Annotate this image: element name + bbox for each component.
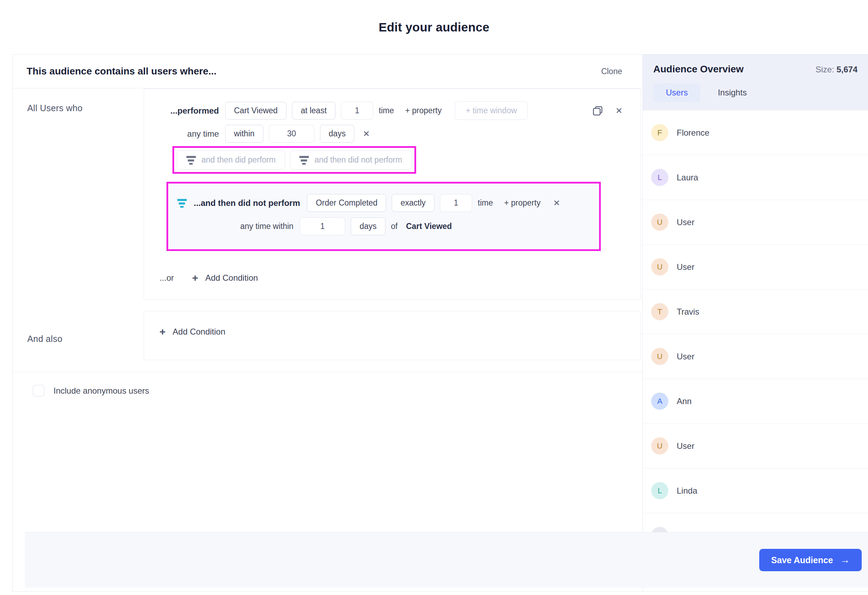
filter-icon-teal xyxy=(177,199,187,208)
arrow-right-icon: → xyxy=(840,555,850,565)
user-name: Travis xyxy=(677,307,699,317)
user-list: F Florence L Laura U User U User T Travi… xyxy=(643,110,868,591)
followup-window-value-input[interactable] xyxy=(300,218,345,235)
filter-icon xyxy=(300,156,309,165)
all-users-label: All Users who xyxy=(13,88,144,300)
add-condition-label: Add Condition xyxy=(205,273,258,283)
time-label: time xyxy=(379,106,394,115)
builder-header: This audience contains all users where..… xyxy=(13,54,642,88)
user-name: Florence xyxy=(677,128,709,138)
user-name: User xyxy=(677,441,695,451)
window-value-input[interactable] xyxy=(269,125,314,143)
followup-window-unit-select[interactable]: days xyxy=(351,218,385,235)
followup-operator-select[interactable]: exactly xyxy=(392,194,434,212)
avatar: T xyxy=(651,303,668,320)
followup-condition-highlight-box: ...and then did not perform Order Comple… xyxy=(167,182,601,251)
within-select[interactable]: within xyxy=(225,125,263,143)
and-then-did-perform-button[interactable]: and then did perform xyxy=(177,150,285,169)
followup-add-property-button[interactable]: + property xyxy=(504,198,540,208)
anonymous-users-row: Include anonymous users xyxy=(13,372,642,396)
user-row[interactable]: F Florence xyxy=(643,110,868,155)
and-also-section: And also + Add Condition xyxy=(13,300,642,360)
user-name: User xyxy=(677,352,695,361)
and-also-card: + Add Condition xyxy=(144,311,641,360)
clone-button[interactable]: Clone xyxy=(601,67,622,76)
and-also-add-condition-button[interactable]: + Add Condition xyxy=(159,327,625,337)
remove-time-window-icon[interactable]: ✕ xyxy=(360,128,372,140)
sidebar-tabs: Users Insights xyxy=(653,83,858,102)
filter-icon xyxy=(186,156,196,165)
avatar: U xyxy=(651,437,668,455)
and-then-did-perform-label: and then did perform xyxy=(201,155,276,165)
of-event-label: Cart Viewed xyxy=(406,222,452,231)
condition-group-card: ...performed Cart Viewed at least time +… xyxy=(144,88,641,300)
footer-bar: Save Audience → xyxy=(25,532,868,588)
builder-body: All Users who ...performed Cart Viewed a… xyxy=(13,88,642,591)
user-name: Ann xyxy=(677,396,692,406)
plus-icon: + xyxy=(192,273,198,283)
or-row: ...or + Add Condition xyxy=(159,273,625,283)
avatar: U xyxy=(651,258,668,275)
sidebar-title: Audience Overview xyxy=(653,63,744,75)
remove-followup-condition-icon[interactable]: ✕ xyxy=(551,197,563,209)
window-unit-select[interactable]: days xyxy=(320,125,354,143)
size-value: 5,674 xyxy=(837,65,858,74)
sidebar-header: Audience Overview Size: 5,674 Users Insi… xyxy=(643,54,868,110)
add-property-button[interactable]: + property xyxy=(405,106,441,115)
audience-editor-panel: This audience contains all users where..… xyxy=(12,54,868,592)
audience-size: Size: 5,674 xyxy=(816,65,858,74)
include-anonymous-checkbox[interactable] xyxy=(33,385,44,396)
audience-overview-sidebar: Audience Overview Size: 5,674 Users Insi… xyxy=(642,54,868,591)
user-row[interactable]: U User xyxy=(643,334,868,379)
builder-title: This audience contains all users where..… xyxy=(27,66,217,77)
user-name: Linda xyxy=(677,486,697,496)
tab-users[interactable]: Users xyxy=(653,83,700,102)
user-name: User xyxy=(677,218,695,227)
size-label: Size: xyxy=(816,65,834,74)
add-condition-button[interactable]: + Add Condition xyxy=(192,273,258,283)
condition-builder: This audience contains all users where..… xyxy=(13,54,642,591)
user-row[interactable]: U User xyxy=(643,200,868,245)
save-audience-button[interactable]: Save Audience → xyxy=(759,549,862,571)
anytime-label: any time xyxy=(159,129,219,139)
user-name: Laura xyxy=(677,173,698,183)
avatar: U xyxy=(651,214,668,231)
followup-event-select[interactable]: Order Completed xyxy=(307,194,386,212)
of-label: of xyxy=(391,222,398,231)
page-title: Edit your audience xyxy=(0,20,868,34)
count-input[interactable] xyxy=(341,102,373,119)
avatar: A xyxy=(651,393,668,410)
followup-highlight-box: and then did perform and then did not pe… xyxy=(173,146,416,174)
user-name: User xyxy=(677,262,695,272)
operator-select[interactable]: at least xyxy=(292,102,335,119)
user-row[interactable]: U User xyxy=(643,245,868,289)
user-row[interactable]: L Laura xyxy=(643,155,868,200)
and-then-did-not-perform-label: and then did not perform xyxy=(314,155,402,165)
duplicate-condition-icon[interactable] xyxy=(592,106,603,116)
followup-count-input[interactable] xyxy=(440,194,472,212)
user-row[interactable]: A Ann xyxy=(643,379,868,424)
and-also-add-condition-label: Add Condition xyxy=(173,327,226,337)
avatar: F xyxy=(651,124,668,141)
user-row[interactable]: U User xyxy=(643,424,868,468)
save-audience-label: Save Audience xyxy=(771,555,833,565)
plus-icon: + xyxy=(159,327,166,337)
followup-time-label: time xyxy=(478,198,493,208)
time-window-row: any time within days ✕ xyxy=(159,125,625,143)
or-label: ...or xyxy=(159,273,174,283)
performed-label: ...performed xyxy=(159,106,219,116)
followup-time-window-row: any time within days of Cart Viewed xyxy=(177,218,590,235)
user-row[interactable]: L Linda xyxy=(643,468,868,513)
did-not-perform-label: ...and then did not perform xyxy=(194,198,300,208)
event-select[interactable]: Cart Viewed xyxy=(225,102,286,119)
performed-row: ...performed Cart Viewed at least time +… xyxy=(159,102,625,120)
user-row[interactable]: T Travis xyxy=(643,289,868,334)
and-also-label: And also xyxy=(13,300,144,360)
avatar: U xyxy=(651,348,668,365)
all-users-section: All Users who ...performed Cart Viewed a… xyxy=(13,88,642,300)
remove-condition-icon[interactable]: ✕ xyxy=(613,105,625,117)
time-window-placeholder[interactable]: + time window xyxy=(455,102,528,120)
and-then-did-not-perform-button[interactable]: and then did not perform xyxy=(290,150,412,169)
tab-insights[interactable]: Insights xyxy=(718,88,747,97)
avatar: L xyxy=(651,482,668,499)
